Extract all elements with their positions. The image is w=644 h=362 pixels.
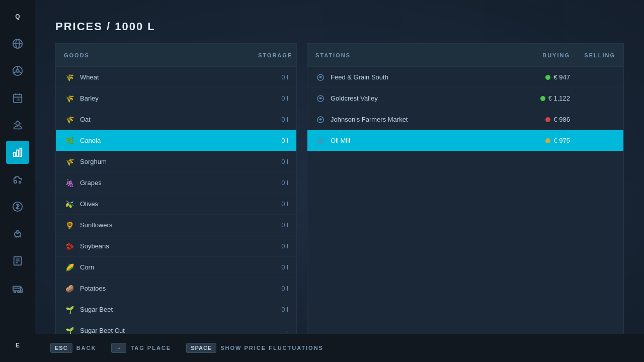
good-label-canola: Canola [80, 137, 258, 144]
good-label-soybeans: Soybeans [80, 242, 258, 250]
goods-row-potatoes[interactable]: 🥔 Potatoes 0 l [56, 278, 296, 299]
station-name-oil-mill: Oil Mill [331, 137, 520, 144]
svg-text:15: 15 [16, 98, 20, 102]
good-label-sugar-beet: Sugar Beet [80, 306, 258, 313]
storage-column-header: STORAGE [258, 52, 288, 58]
cow-icon [12, 228, 23, 239]
svg-point-4 [16, 69, 19, 72]
sidebar-item-e[interactable]: E [6, 334, 29, 357]
station-icon-feed-grain-south [315, 72, 326, 82]
station-row-feed-grain-south[interactable]: Feed & Grain South € 947 [307, 67, 623, 88]
sidebar-item-transport[interactable] [6, 277, 29, 300]
svg-line-27 [15, 236, 16, 238]
price-value-feed-grain-south: € 947 [553, 73, 570, 81]
station-name-johnsons-farmers-market: Johnson's Farmers Market [331, 116, 520, 123]
goods-row-oat[interactable]: 🌾 Oat 0 l [56, 109, 296, 130]
good-label-potatoes: Potatoes [80, 285, 258, 292]
q-icon: Q [15, 13, 20, 20]
good-label-oat: Oat [80, 116, 258, 123]
goods-row-canola[interactable]: 🌿 Canola 0 l [56, 130, 296, 151]
weather-icon [12, 120, 23, 131]
good-label-barley: Barley [80, 95, 258, 102]
key-group-space-key[interactable]: SPACE SHOW PRICE FLUCTUATIONS [186, 343, 324, 353]
goods-row-barley[interactable]: 🌾 Barley 0 l [56, 88, 296, 109]
sidebar-item-notes[interactable] [6, 249, 29, 273]
svg-rect-20 [20, 148, 22, 157]
price-value-johnsons-farmers-market: € 986 [553, 116, 570, 123]
sidebar-item-q[interactable]: Q [6, 5, 29, 28]
svg-line-29 [16, 237, 17, 238]
good-label-sugar-beet-cut: Sugar Beet Cut [80, 327, 258, 334]
good-storage-canola: 0 l [258, 137, 288, 144]
good-icon-potatoes: 🥔 [64, 283, 75, 294]
goods-list[interactable]: 🌾 Wheat 0 l 🌾 Barley 0 l 🌾 Oat 0 l 🌿 Can… [56, 67, 296, 334]
station-buying-johnsons-farmers-market: € 986 [520, 116, 570, 123]
panels: GOODS STORAGE 🌾 Wheat 0 l 🌾 Barley 0 l 🌾… [55, 43, 624, 335]
sidebar-item-wheel[interactable] [6, 59, 29, 82]
globe-icon [12, 38, 23, 49]
svg-point-39 [21, 291, 23, 293]
goods-row-soybeans[interactable]: 🫘 Soybeans 0 l [56, 236, 296, 257]
good-storage-sunflowers: 0 l [258, 221, 288, 229]
good-storage-grapes: 0 l [258, 179, 288, 187]
key-badge-space-key: SPACE [186, 343, 216, 353]
stations-list[interactable]: Feed & Grain South € 947 Goldcrest Valle… [307, 67, 623, 334]
key-group-esc-key[interactable]: ESC BACK [50, 343, 96, 353]
good-storage-soybeans: 0 l [258, 242, 288, 250]
good-icon-soybeans: 🫘 [64, 241, 75, 252]
good-label-olives: Olives [80, 200, 258, 208]
goods-row-grapes[interactable]: 🍇 Grapes 0 l [56, 172, 296, 194]
good-storage-barley: 0 l [258, 95, 288, 102]
station-icon-oil-mill [315, 136, 326, 146]
good-storage-potatoes: 0 l [258, 285, 288, 292]
svg-point-38 [18, 291, 20, 293]
key-badge-arrow-key: → [111, 343, 126, 353]
station-row-goldcrest-valley[interactable]: Goldcrest Valley € 1,122 [307, 88, 623, 109]
good-icon-canola: 🌿 [64, 135, 75, 146]
svg-line-28 [20, 236, 21, 238]
price-dot-oil-mill [545, 138, 550, 143]
sidebar-item-money[interactable] [6, 195, 29, 218]
sidebar-item-livestock[interactable] [6, 222, 29, 245]
sidebar-item-calendar[interactable]: 15 [6, 86, 29, 110]
key-badge-esc-key: ESC [50, 343, 72, 353]
main-content: PRICES / 1000 L GOODS STORAGE 🌾 Wheat 0 … [35, 0, 644, 362]
goods-row-corn[interactable]: 🌽 Corn 0 l [56, 257, 296, 278]
goods-row-sorghum[interactable]: 🌾 Sorghum 0 l [56, 151, 296, 172]
key-group-arrow-key[interactable]: → TAG PLACE [111, 343, 171, 353]
transport-icon [12, 283, 23, 294]
station-name-feed-grain-south: Feed & Grain South [331, 73, 520, 81]
steering-wheel-icon [12, 65, 23, 76]
tractor-icon [12, 174, 23, 185]
svg-point-13 [16, 122, 19, 125]
key-label-space-key: SHOW PRICE FLUCTUATIONS [220, 345, 324, 351]
sidebar-item-globe[interactable] [6, 32, 29, 55]
station-icon-goldcrest-valley [315, 94, 326, 104]
svg-point-41 [320, 76, 321, 78]
price-dot-johnsons-farmers-market [545, 117, 550, 122]
station-row-johnsons-farmers-market[interactable]: Johnson's Farmers Market € 986 [307, 109, 623, 130]
goods-row-olives[interactable]: 🫒 Olives 0 l [56, 194, 296, 215]
sidebar-item-chart[interactable] [6, 141, 29, 164]
svg-point-37 [14, 291, 16, 293]
station-buying-feed-grain-south: € 947 [520, 73, 570, 81]
svg-point-43 [320, 98, 321, 99]
station-row-oil-mill[interactable]: Oil Mill € 975 [307, 130, 623, 151]
station-buying-oil-mill: € 975 [520, 137, 570, 144]
good-icon-corn: 🌽 [64, 262, 75, 273]
good-storage-corn: 0 l [258, 263, 288, 271]
good-icon-sorghum: 🌾 [64, 156, 75, 167]
good-icon-sugar-beet: 🌱 [64, 304, 75, 315]
goods-row-wheat[interactable]: 🌾 Wheat 0 l [56, 67, 296, 88]
sidebar-item-tractor[interactable] [6, 168, 29, 191]
good-icon-barley: 🌾 [64, 93, 75, 104]
goods-row-sunflowers[interactable]: 🌻 Sunflowers 0 l [56, 215, 296, 236]
goods-row-sugar-beet[interactable]: 🌱 Sugar Beet 0 l [56, 299, 296, 320]
goods-row-sugar-beet-cut[interactable]: 🌱 Sugar Beet Cut - [56, 320, 296, 334]
sidebar-item-weather[interactable] [6, 114, 29, 137]
stations-column-header: STATIONS [315, 52, 520, 58]
goods-panel: GOODS STORAGE 🌾 Wheat 0 l 🌾 Barley 0 l 🌾… [55, 43, 297, 335]
stations-panel-header: STATIONS BUYING SELLING [307, 44, 623, 67]
svg-line-6 [14, 71, 17, 72]
good-storage-sorghum: 0 l [258, 158, 288, 165]
